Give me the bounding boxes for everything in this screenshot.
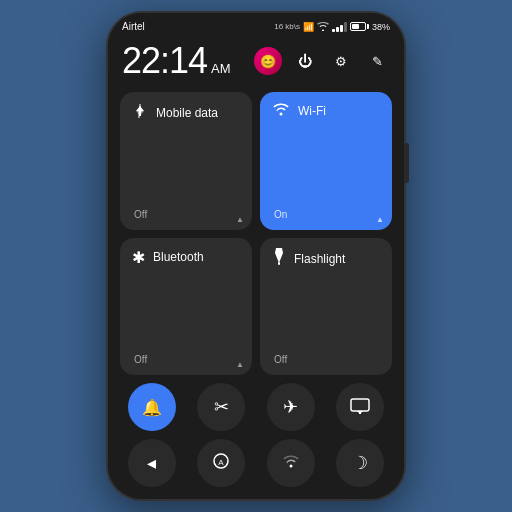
settings-icon: ⚙ — [335, 54, 347, 69]
wifi-status: On — [272, 209, 380, 220]
signal-icon — [332, 22, 347, 32]
edit-icon-btn[interactable]: ✎ — [364, 48, 390, 74]
battery-text: 38% — [372, 22, 390, 32]
auto-rotate-icon: A — [211, 451, 231, 475]
flashlight-icon — [272, 248, 286, 270]
notification-button[interactable]: 🔔 — [128, 383, 176, 431]
wifi-tile-top: Wi-Fi — [272, 102, 380, 120]
power-button[interactable] — [404, 143, 409, 183]
svg-rect-1 — [278, 262, 280, 265]
quick-settings-grid: Mobile data Off ▲ Wi-Fi — [108, 92, 404, 375]
bluetooth-icon: ✱ — [132, 248, 145, 267]
time-text: 22:14 — [122, 40, 207, 82]
moon-icon: ☽ — [352, 452, 368, 474]
mobile-data-tile[interactable]: Mobile data Off ▲ — [120, 92, 252, 230]
wifi-expand: ▲ — [376, 215, 384, 224]
svg-text:A: A — [219, 458, 225, 467]
svg-rect-2 — [351, 399, 369, 411]
flashlight-status: Off — [272, 354, 380, 365]
edit-icon: ✎ — [372, 54, 383, 69]
settings-icon-btn[interactable]: ⚙ — [328, 48, 354, 74]
wifi-icon2 — [282, 454, 300, 472]
quick-buttons-row2: ◂ A ☽ — [108, 439, 404, 499]
status-icons: 16 kb\s 📶 — [274, 22, 390, 32]
airplane-button[interactable]: ✈ — [267, 383, 315, 431]
ampm-text: AM — [211, 61, 231, 76]
location-icon: ◂ — [147, 452, 156, 474]
flashlight-label: Flashlight — [294, 252, 345, 266]
status-bar: Airtel 16 kb\s 📶 — [108, 13, 404, 36]
cast-button[interactable] — [336, 383, 384, 431]
flashlight-tile-top: Flashlight — [272, 248, 380, 270]
mobile-data-tile-top: Mobile data — [132, 102, 240, 124]
do-not-disturb-button[interactable]: ☽ — [336, 439, 384, 487]
bluetooth-expand: ▲ — [236, 360, 244, 369]
notification-icon: 🔔 — [142, 398, 162, 417]
time-area: 22:14 AM 😊 ⏻ ⚙ ✎ — [108, 36, 404, 92]
bluetooth-status: Off — [132, 354, 240, 365]
top-actions: 😊 ⏻ ⚙ ✎ — [254, 47, 390, 75]
location-button[interactable]: ◂ — [128, 439, 176, 487]
mobile-data-expand: ▲ — [236, 215, 244, 224]
quick-buttons-row1: 🔔 ✂ ✈ — [108, 375, 404, 439]
airplane-icon: ✈ — [283, 396, 298, 418]
power-icon-btn[interactable]: ⏻ — [292, 48, 318, 74]
wifi-label: Wi-Fi — [298, 104, 326, 118]
scissors-icon: ✂ — [214, 396, 229, 418]
time-display: 22:14 AM — [122, 40, 231, 82]
mobile-data-status: Off — [132, 209, 240, 220]
bluetooth-label: Bluetooth — [153, 250, 204, 264]
wifi-status-icon — [317, 22, 329, 31]
bluetooth-tile-top: ✱ Bluetooth — [132, 248, 240, 267]
wifi-tile-icon — [272, 102, 290, 120]
avatar[interactable]: 😊 — [254, 47, 282, 75]
speed-text: 16 kb\s — [274, 22, 300, 31]
auto-rotate-button[interactable]: A — [197, 439, 245, 487]
flashlight-tile[interactable]: Flashlight Off — [260, 238, 392, 376]
sim-icon: 📶 — [303, 22, 314, 32]
bluetooth-tile[interactable]: ✱ Bluetooth Off ▲ — [120, 238, 252, 376]
mobile-data-label: Mobile data — [156, 106, 218, 120]
svg-point-6 — [289, 465, 292, 468]
svg-point-0 — [280, 113, 283, 116]
scissors-button[interactable]: ✂ — [197, 383, 245, 431]
carrier-text: Airtel — [122, 21, 145, 32]
battery-icon — [350, 22, 369, 31]
wifi-tile[interactable]: Wi-Fi On ▲ — [260, 92, 392, 230]
wifi-button2[interactable] — [267, 439, 315, 487]
mobile-data-icon — [132, 102, 148, 124]
power-icon: ⏻ — [298, 53, 312, 69]
phone-frame: Airtel 16 kb\s 📶 — [106, 11, 406, 501]
cast-icon — [350, 398, 370, 417]
phone-screen: Airtel 16 kb\s 📶 — [108, 13, 404, 499]
